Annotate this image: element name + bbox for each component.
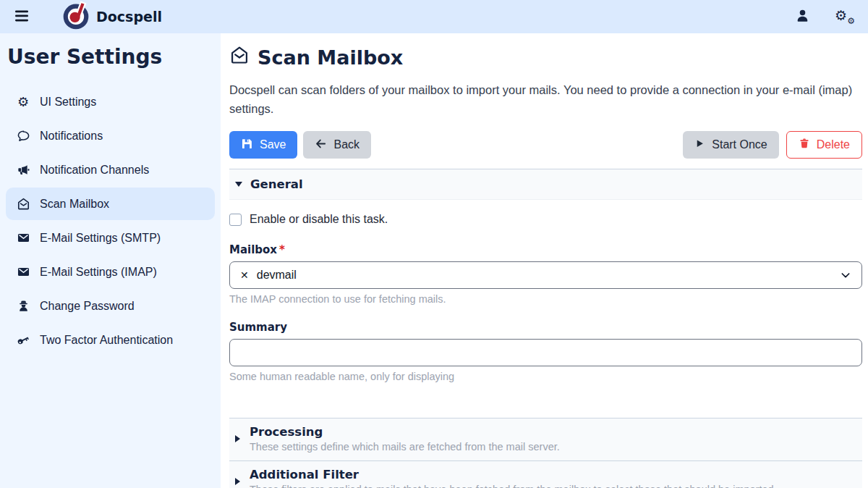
envelope-icon xyxy=(16,231,30,245)
sidebar-item-label: E-Mail Settings (IMAP) xyxy=(40,266,157,279)
sidebar-item-email-smtp[interactable]: E-Mail Settings (SMTP) xyxy=(6,222,215,254)
delete-button-label: Delete xyxy=(817,138,850,151)
envelope-open-icon xyxy=(16,197,30,211)
start-once-button-label: Start Once xyxy=(712,138,767,151)
gear-icon: ⚙ xyxy=(16,96,30,109)
mailbox-field: Mailbox* ✕ devmail The IMAP connection t… xyxy=(229,243,862,305)
key-icon xyxy=(16,333,30,347)
section-additional-filter-subtitle: These filters are applied to mails that … xyxy=(250,484,777,488)
mailbox-select-value: devmail xyxy=(257,269,297,282)
clear-selection-icon[interactable]: ✕ xyxy=(240,269,249,281)
user-menu-button[interactable] xyxy=(793,7,812,27)
cogs-icon: ⚙⚙ xyxy=(835,7,855,26)
bullhorn-icon xyxy=(16,163,30,177)
save-icon xyxy=(241,138,253,153)
hamburger-menu-button[interactable] xyxy=(12,7,32,28)
sidebar-item-label: Change Password xyxy=(40,300,135,313)
sidebar-item-label: UI Settings xyxy=(40,96,96,109)
user-secret-icon xyxy=(16,299,30,313)
caret-right-icon xyxy=(235,435,240,442)
enable-task-label: Enable or disable this task. xyxy=(250,213,388,226)
section-general: General Enable or disable this task. Mai… xyxy=(229,169,862,418)
start-once-button[interactable]: Start Once xyxy=(683,131,778,159)
back-button[interactable]: Back xyxy=(303,131,371,159)
summary-input[interactable] xyxy=(229,339,862,366)
settings-menu-button[interactable]: ⚙⚙ xyxy=(833,6,856,28)
section-additional-filter[interactable]: Additional Filter These filters are appl… xyxy=(229,460,862,488)
content-title-text: Scan Mailbox xyxy=(258,46,403,69)
back-button-label: Back xyxy=(333,138,359,151)
summary-field: Summary Some human readable name, only f… xyxy=(229,321,862,382)
user-icon xyxy=(795,8,810,25)
sidebar-item-label: Notifications xyxy=(40,130,103,143)
page-description: Docspell can scan folders of your mailbo… xyxy=(229,81,862,118)
sidebar-item-notifications[interactable]: Notifications xyxy=(6,119,215,152)
play-icon xyxy=(694,138,705,152)
sidebar-item-change-password[interactable]: Change Password xyxy=(6,290,215,322)
brand[interactable]: Docspell xyxy=(62,1,162,33)
chevron-down-icon xyxy=(840,269,851,281)
sidebar-item-label: Two Factor Authentication xyxy=(40,334,173,347)
delete-button[interactable]: Delete xyxy=(786,131,862,159)
section-additional-filter-title: Additional Filter xyxy=(250,468,777,481)
section-general-header[interactable]: General xyxy=(229,169,862,200)
sidebar-item-ui-settings[interactable]: ⚙ UI Settings xyxy=(6,86,215,118)
section-processing[interactable]: Processing These settings define which m… xyxy=(229,418,862,460)
trash-icon xyxy=(799,138,810,152)
sidebar-item-label: Scan Mailbox xyxy=(40,198,109,211)
arrow-left-icon xyxy=(315,138,327,153)
section-general-title: General xyxy=(250,177,303,191)
sidebar-item-scan-mailbox[interactable]: Scan Mailbox xyxy=(6,188,215,220)
caret-down-icon xyxy=(235,182,242,187)
caret-right-icon xyxy=(235,478,240,485)
sidebar-item-label: E-Mail Settings (SMTP) xyxy=(40,232,161,245)
comment-icon xyxy=(16,129,30,143)
main-content: Scan Mailbox Docspell can scan folders o… xyxy=(221,33,868,488)
summary-help-text: Some human readable name, only for displ… xyxy=(229,371,862,382)
sidebar-item-two-factor[interactable]: Two Factor Authentication xyxy=(6,324,215,356)
envelope-open-icon xyxy=(229,45,250,70)
section-processing-title: Processing xyxy=(250,425,560,439)
save-button[interactable]: Save xyxy=(229,131,297,159)
sidebar-item-email-imap[interactable]: E-Mail Settings (IMAP) xyxy=(6,256,215,288)
brand-name: Docspell xyxy=(96,9,162,25)
top-navbar: Docspell ⚙⚙ xyxy=(0,0,868,33)
section-processing-subtitle: These settings define which mails are fe… xyxy=(250,441,560,453)
sidebar-item-label: Notification Channels xyxy=(40,164,149,177)
sidebar-item-notification-channels[interactable]: Notification Channels xyxy=(6,153,215,186)
toolbar: Save Back Start Once xyxy=(229,131,862,159)
page-title: User Settings xyxy=(7,45,215,69)
docspell-logo xyxy=(62,1,90,33)
summary-label: Summary xyxy=(229,321,862,334)
mailbox-select[interactable]: ✕ devmail xyxy=(229,261,862,289)
save-button-label: Save xyxy=(260,138,286,151)
enable-task-checkbox[interactable] xyxy=(229,214,242,226)
required-asterisk: * xyxy=(279,243,285,256)
mailbox-help-text: The IMAP connection to use for fetching … xyxy=(229,293,862,305)
mailbox-label: Mailbox* xyxy=(229,243,862,256)
envelope-icon xyxy=(16,265,30,279)
sidebar: User Settings ⚙ UI Settings Notification… xyxy=(0,33,221,488)
content-title: Scan Mailbox xyxy=(229,45,862,70)
hamburger-icon xyxy=(14,9,29,25)
